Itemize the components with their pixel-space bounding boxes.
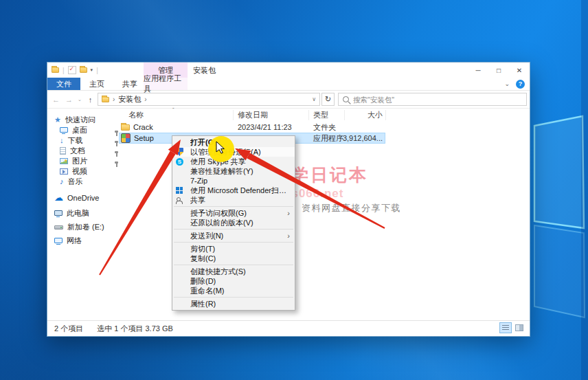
minimize-button[interactable]: ─	[468, 63, 488, 78]
menu-label: 兼容性疑难解答(Y)	[190, 166, 253, 177]
yellow-highlight-circle	[208, 136, 234, 162]
uac-shield-icon	[176, 148, 183, 156]
sidebar-item-videos[interactable]: 视频	[47, 166, 119, 177]
forward-icon[interactable]: →	[63, 96, 75, 104]
menu-item-restore-versions[interactable]: 还原以前的版本(V)	[172, 218, 295, 227]
qat-new-folder-icon[interactable]	[80, 67, 87, 73]
up-icon[interactable]: ↑	[84, 96, 96, 104]
onedrive-cloud-icon: ☁	[54, 193, 63, 202]
breadcrumb[interactable]: › 安装包 › ∨	[98, 93, 320, 106]
menu-label: 剪切(T)	[190, 244, 215, 254]
window-folder-icon	[52, 67, 59, 73]
column-header-date[interactable]: 修改日期	[233, 109, 308, 122]
menu-item-copy[interactable]: 复制(C)	[172, 254, 295, 263]
menu-separator	[174, 229, 293, 230]
menu-separator	[174, 206, 293, 207]
tab-application-tools[interactable]: 应用程序工具	[144, 78, 188, 90]
file-name: Setup	[134, 134, 154, 142]
skype-icon: S	[176, 158, 183, 166]
menu-icon-slot	[176, 148, 190, 156]
breadcrumb-location[interactable]: 安装包	[118, 94, 141, 104]
menu-item-rename[interactable]: 重命名(M)	[172, 286, 295, 295]
sidebar-label: 视频	[72, 166, 87, 177]
column-divider[interactable]	[344, 110, 345, 120]
sidebar-item-this-pc[interactable]: 此电脑	[47, 208, 119, 219]
breadcrumb-folder-icon	[102, 97, 109, 102]
sidebar-item-desktop[interactable]: 桌面	[47, 125, 119, 135]
sidebar-label: 图片	[72, 156, 87, 166]
tab-file[interactable]: 文件	[47, 78, 80, 90]
menu-item-share-skype[interactable]: S 使用 Skype 共享	[172, 157, 295, 166]
menu-label: 授予访问权限(G)	[190, 208, 247, 219]
sidebar-label: 下载	[68, 135, 83, 146]
tab-share[interactable]: 共享	[113, 78, 146, 90]
sidebar-label: 桌面	[72, 125, 87, 135]
file-name-cell: Crack	[119, 123, 233, 131]
network-icon	[54, 238, 63, 243]
column-divider[interactable]	[385, 110, 386, 120]
ribbon-collapse-icon[interactable]: ⌄	[504, 80, 510, 87]
menu-item-delete[interactable]: 删除(D)	[172, 276, 295, 286]
menu-item-share[interactable]: 共享	[172, 195, 295, 205]
sidebar-label: 快速访问	[65, 115, 95, 125]
sidebar-label: OneDrive	[67, 194, 99, 202]
qat-dropdown-icon[interactable]: ▾	[91, 67, 93, 73]
file-row-crack[interactable]: Crack 2023/4/21 11:23 文件夹	[119, 122, 385, 133]
submenu-arrow-icon: ›	[287, 232, 290, 240]
quick-access-toolbar: | ▾ |	[47, 66, 98, 74]
column-divider[interactable]	[233, 110, 234, 120]
menu-item-properties[interactable]: 属性(R)	[172, 299, 295, 309]
tab-home[interactable]: 主页	[80, 78, 113, 90]
sidebar-item-quick-access[interactable]: ★ 快速访问	[47, 115, 119, 125]
sidebar-item-new-volume[interactable]: 新加卷 (E:)	[47, 222, 119, 232]
sidebar-item-pictures[interactable]: 图片	[47, 156, 119, 166]
column-header-name[interactable]: 名称	[119, 109, 233, 122]
menu-label: 还原以前的版本(V)	[190, 218, 253, 228]
desktop-icon	[60, 127, 68, 133]
help-icon[interactable]: ?	[516, 80, 525, 89]
search-input[interactable]	[353, 96, 522, 104]
status-bar: 2 个项目 选中 1 个项目 3.73 GB	[47, 320, 530, 336]
videos-icon	[60, 168, 68, 175]
menu-icon-slot: S	[176, 158, 190, 166]
sidebar-label: 音乐	[68, 177, 83, 187]
column-header-size[interactable]: 大小	[344, 109, 385, 122]
ribbon-extra: ⌄ ?	[504, 78, 525, 90]
navigation-pane: ★ 快速访问 桌面 ↓ 下载 文档 图片	[47, 109, 119, 320]
view-toggle-buttons	[499, 322, 525, 333]
breadcrumb-dropdown-icon[interactable]: ∨	[312, 96, 316, 102]
menu-item-create-shortcut[interactable]: 创建快捷方式(S)	[172, 267, 295, 276]
menu-item-troubleshoot-compat[interactable]: 兼容性疑难解答(Y)	[172, 166, 295, 176]
menu-label: 重命名(M)	[190, 286, 225, 296]
menu-item-send-to[interactable]: 发送到(N) ›	[172, 231, 295, 241]
menu-item-7zip[interactable]: 7-Zip	[172, 176, 295, 186]
column-divider[interactable]	[308, 110, 309, 120]
breadcrumb-chevron-2[interactable]: ›	[144, 96, 146, 103]
menu-item-cut[interactable]: 剪切(T)	[172, 244, 295, 254]
menu-icon-slot	[176, 187, 190, 194]
refresh-button[interactable]: ↻	[321, 93, 335, 106]
close-button[interactable]: ✕	[509, 63, 530, 78]
sidebar-item-documents[interactable]: 文档	[47, 146, 119, 156]
maximize-button[interactable]: □	[488, 63, 509, 78]
sort-ascending-icon: ˆ	[172, 107, 174, 113]
sidebar-item-downloads[interactable]: ↓ 下载	[47, 135, 119, 146]
menu-item-defender-scan[interactable]: 使用 Microsoft Defender扫描...	[172, 186, 295, 195]
sidebar-item-network[interactable]: 网络	[47, 236, 119, 246]
history-dropdown-icon[interactable]: ⌄	[76, 97, 83, 102]
thumbnails-view-button[interactable]	[513, 322, 525, 333]
sidebar-item-music[interactable]: ♪ 音乐	[47, 177, 119, 187]
title-bar: | ▾ | 管理 安装包 ─ □ ✕	[47, 63, 530, 78]
qat-properties-icon[interactable]	[68, 66, 76, 74]
sidebar-label: 此电脑	[67, 208, 89, 219]
file-type: 文件夹	[308, 122, 344, 133]
search-box[interactable]	[338, 93, 527, 106]
menu-item-give-access[interactable]: 授予访问权限(G) ›	[172, 208, 295, 218]
details-view-button[interactable]	[499, 322, 512, 333]
sidebar-item-onedrive[interactable]: ☁ OneDrive	[47, 192, 119, 203]
menu-label: 共享	[190, 195, 205, 205]
qat-divider: |	[63, 67, 65, 74]
address-bar-row: ← → ⌄ ↑ › 安装包 › ∨ ↻	[47, 91, 530, 109]
column-header-type[interactable]: 类型	[308, 109, 344, 122]
back-icon[interactable]: ←	[50, 96, 62, 104]
